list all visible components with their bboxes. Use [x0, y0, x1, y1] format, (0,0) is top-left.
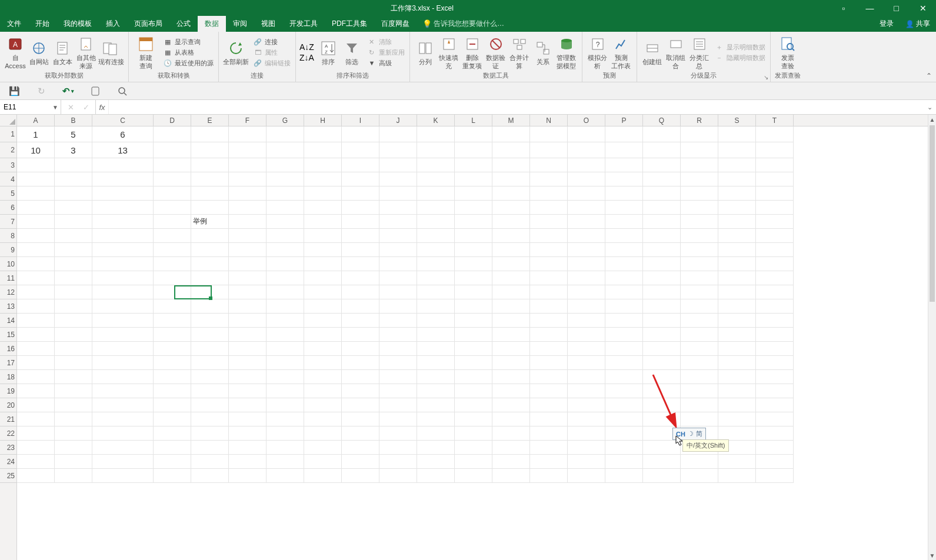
cell-S24[interactable] [718, 455, 756, 469]
cell-T4[interactable] [756, 172, 794, 186]
column-header-M[interactable]: M [492, 115, 530, 126]
cell-D14[interactable] [154, 314, 191, 328]
from-access-button[interactable]: A自 Access [4, 35, 27, 69]
column-header-R[interactable]: R [681, 115, 718, 126]
cell-L23[interactable] [455, 441, 492, 455]
cell-O19[interactable] [568, 384, 605, 398]
cell-A24[interactable] [17, 455, 55, 469]
cell-E1[interactable] [191, 126, 229, 142]
row-header-7[interactable]: 7 [0, 215, 16, 229]
cell-Q24[interactable] [643, 455, 681, 469]
cell-G25[interactable] [267, 469, 304, 483]
cell-N20[interactable] [530, 398, 568, 412]
cell-D10[interactable] [154, 257, 191, 271]
cell-Q6[interactable] [643, 201, 681, 215]
cell-Q7[interactable] [643, 215, 681, 229]
scroll-track[interactable] [928, 124, 936, 551]
cell-Q3[interactable] [643, 158, 681, 172]
cell-L7[interactable] [455, 215, 492, 229]
cell-K24[interactable] [417, 455, 455, 469]
cell-D22[interactable] [154, 426, 191, 441]
cell-K18[interactable] [417, 370, 455, 384]
cell-L15[interactable] [455, 328, 492, 342]
cell-Q9[interactable] [643, 243, 681, 257]
cell-E3[interactable] [191, 158, 229, 172]
cell-R12[interactable] [681, 285, 718, 299]
show-queries-button[interactable]: ▦显示查询 [162, 37, 215, 47]
tab-my-templates[interactable]: 我的模板 [56, 16, 99, 32]
cell-A19[interactable] [17, 384, 55, 398]
cell-B23[interactable] [55, 441, 92, 455]
row-header-19[interactable]: 19 [0, 384, 16, 398]
share-button[interactable]: 👤 共享 [900, 16, 936, 32]
cell-T12[interactable] [756, 285, 794, 299]
cell-A15[interactable] [17, 328, 55, 342]
cell-L22[interactable] [455, 426, 492, 441]
cell-K2[interactable] [417, 142, 455, 158]
cell-P3[interactable] [605, 158, 643, 172]
row-header-10[interactable]: 10 [0, 257, 16, 271]
cell-A6[interactable] [17, 201, 55, 215]
cell-O11[interactable] [568, 271, 605, 285]
cell-S16[interactable] [718, 342, 756, 356]
cell-R20[interactable] [681, 398, 718, 412]
cell-E19[interactable] [191, 384, 229, 398]
cell-K4[interactable] [417, 172, 455, 186]
tab-file[interactable]: 文件 [0, 16, 28, 32]
cell-P22[interactable] [605, 426, 643, 441]
cell-C18[interactable] [92, 370, 154, 384]
cell-L9[interactable] [455, 243, 492, 257]
cell-Q14[interactable] [643, 314, 681, 328]
cell-O5[interactable] [568, 186, 605, 201]
cell-M7[interactable] [492, 215, 530, 229]
cell-C19[interactable] [92, 384, 154, 398]
cell-C13[interactable] [92, 299, 154, 314]
cell-M3[interactable] [492, 158, 530, 172]
cell-N25[interactable] [530, 469, 568, 483]
cell-B2[interactable]: 3 [55, 142, 92, 158]
group-button[interactable]: 创建组 [641, 39, 664, 66]
cell-P9[interactable] [605, 243, 643, 257]
cell-N18[interactable] [530, 370, 568, 384]
cell-B15[interactable] [55, 328, 92, 342]
cell-T5[interactable] [756, 186, 794, 201]
cell-R4[interactable] [681, 172, 718, 186]
cell-N11[interactable] [530, 271, 568, 285]
cell-J19[interactable] [379, 384, 417, 398]
cell-Q21[interactable] [643, 412, 681, 426]
cell-G1[interactable] [267, 126, 304, 142]
cell-K13[interactable] [417, 299, 455, 314]
cell-S12[interactable] [718, 285, 756, 299]
cell-P10[interactable] [605, 257, 643, 271]
cell-F8[interactable] [229, 229, 267, 243]
cell-F3[interactable] [229, 158, 267, 172]
row-header-13[interactable]: 13 [0, 299, 16, 314]
cell-J17[interactable] [379, 356, 417, 370]
cell-L1[interactable] [455, 126, 492, 142]
cell-N2[interactable] [530, 142, 568, 158]
cell-A12[interactable] [17, 285, 55, 299]
cell-L14[interactable] [455, 314, 492, 328]
cell-F2[interactable] [229, 142, 267, 158]
cell-M8[interactable] [492, 229, 530, 243]
sort-asc-icon[interactable]: A↓Z [299, 42, 314, 52]
maximize-button[interactable]: □ [883, 0, 910, 16]
cell-E2[interactable] [191, 142, 229, 158]
column-header-O[interactable]: O [568, 115, 605, 126]
cell-R8[interactable] [681, 229, 718, 243]
cell-S5[interactable] [718, 186, 756, 201]
cell-D13[interactable] [154, 299, 191, 314]
cell-O20[interactable] [568, 398, 605, 412]
cell-J14[interactable] [379, 314, 417, 328]
cell-F13[interactable] [229, 299, 267, 314]
cell-I13[interactable] [342, 299, 379, 314]
tab-formulas[interactable]: 公式 [169, 16, 198, 32]
cell-T13[interactable] [756, 299, 794, 314]
cell-T6[interactable] [756, 201, 794, 215]
cell-D8[interactable] [154, 229, 191, 243]
cell-O13[interactable] [568, 299, 605, 314]
column-header-I[interactable]: I [342, 115, 379, 126]
cell-C5[interactable] [92, 186, 154, 201]
filter-button[interactable]: 筛选 [340, 39, 364, 66]
cell-H2[interactable] [304, 142, 342, 158]
